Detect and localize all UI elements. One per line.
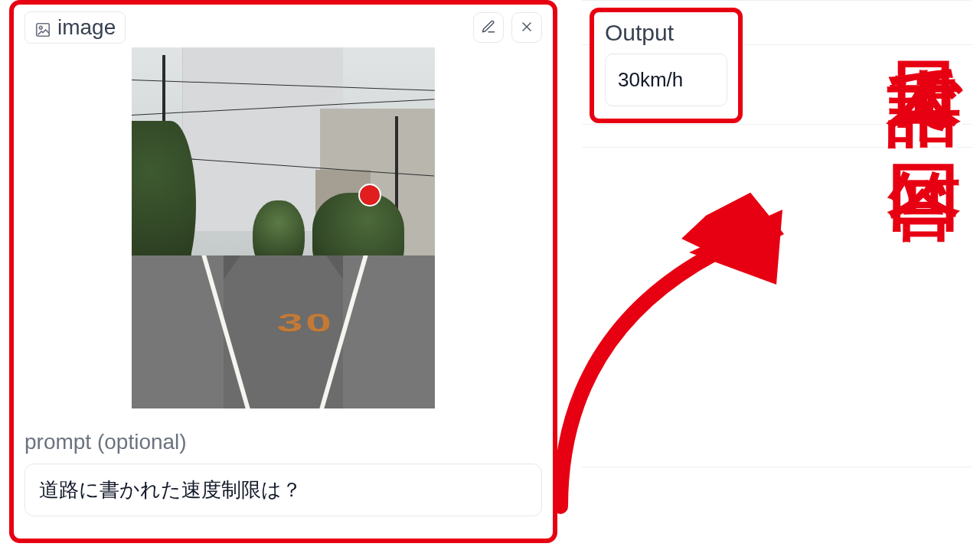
- svg-marker-3: [733, 193, 782, 254]
- edit-button[interactable]: [473, 12, 504, 43]
- road-speed-marking: 30: [276, 308, 337, 337]
- stop-sign-icon: [360, 185, 380, 205]
- svg-marker-4: [695, 193, 782, 254]
- image-actions: [473, 12, 542, 43]
- svg-point-1: [39, 26, 42, 29]
- prompt-input[interactable]: 道路に書かれた速度制限は？: [24, 464, 542, 516]
- pencil-icon: [481, 19, 496, 37]
- svg-marker-2: [681, 193, 756, 255]
- output-panel: Output 30km/h: [590, 8, 743, 123]
- input-panel: image: [9, 0, 557, 543]
- prompt-label: prompt (optional): [24, 430, 542, 454]
- output-value: 30km/h: [605, 54, 727, 106]
- image-tab[interactable]: image: [24, 11, 126, 44]
- image-tab-label: image: [57, 15, 116, 40]
- image-preview-area: 30: [24, 47, 542, 408]
- close-button[interactable]: [511, 12, 542, 43]
- uploaded-image[interactable]: 30: [132, 47, 435, 408]
- close-icon: [519, 19, 534, 37]
- annotation-caption: 日本語で回答: [887, 5, 963, 116]
- image-tab-row: image: [24, 11, 542, 44]
- output-title: Output: [605, 20, 727, 46]
- image-icon: [34, 19, 51, 36]
- svg-marker-5: [695, 193, 784, 265]
- annotation-arrow-icon: [553, 162, 805, 514]
